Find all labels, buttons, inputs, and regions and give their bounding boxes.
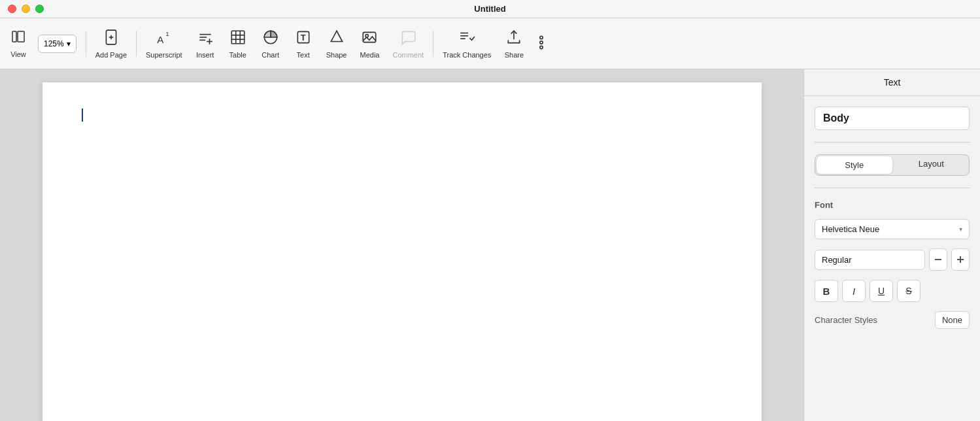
minimize-button[interactable] [22,5,30,13]
svg-rect-0 [12,31,16,42]
main-area: Text Body Style Layout Font Helvetica Ne… [0,69,980,421]
underline-button[interactable]: U [870,280,893,302]
svg-point-27 [540,46,543,48]
svg-point-25 [540,41,543,43]
svg-rect-1 [18,31,24,42]
insert-icon [197,29,214,48]
text-cursor [82,109,83,122]
add-page-button[interactable]: Add Page [89,23,133,65]
zoom-value: 125% [44,39,64,48]
shape-button[interactable]: Shape [320,23,354,65]
text-icon: T [295,29,312,48]
font-name-chevron-icon: ▾ [959,226,962,233]
table-button[interactable]: Table [222,23,254,65]
insert-label: Insert [196,51,214,59]
toolbar: View 125% ▾ Add Page A 1 Superscript [0,18,980,69]
superscript-icon: A 1 [156,29,173,48]
divider-1 [86,31,86,57]
style-name: Body [815,107,970,130]
strikethrough-button[interactable]: S [897,280,921,302]
zoom-chevron-icon: ▾ [67,39,71,48]
format-button[interactable] [530,23,552,65]
svg-point-21 [366,34,369,37]
divider-2 [136,31,137,57]
svg-point-26 [540,36,543,39]
character-styles-value[interactable]: None [935,311,970,329]
italic-button[interactable]: I [842,280,866,302]
format-buttons: B I U S [815,280,970,302]
tab-layout[interactable]: Layout [894,155,970,175]
maximize-button[interactable] [35,5,44,13]
font-name-field[interactable]: Helvetica Neue ▾ [815,219,970,239]
traffic-lights [8,5,44,13]
add-page-label: Add Page [95,51,127,59]
view-icon [10,29,26,48]
add-page-icon [103,29,120,48]
window-title: Untitled [474,4,505,14]
close-button[interactable] [8,5,16,13]
character-styles-label: Character Styles [815,315,877,325]
media-button[interactable]: Media [353,23,386,65]
bold-button[interactable]: B [815,280,838,302]
track-changes-icon [458,29,475,48]
table-icon [229,29,246,48]
chart-button[interactable]: Chart [254,23,287,65]
share-button[interactable]: Share [498,23,530,65]
font-style-row: Regular [815,248,970,271]
font-section-label: Font [815,200,970,210]
panel-header: Text [804,69,980,96]
svg-rect-28 [935,259,941,260]
zoom-button[interactable]: 125% ▾ [38,35,76,53]
share-label: Share [505,51,524,59]
font-style-field[interactable]: Regular [815,250,925,270]
table-label: Table [229,51,246,59]
divider-3 [433,31,433,57]
shape-label: Shape [326,51,347,59]
title-bar: Untitled [0,0,980,18]
font-size-stepper-up[interactable] [951,248,970,271]
svg-text:A: A [157,33,164,44]
panel-divider-1 [815,142,970,143]
style-layout-tabs: Style Layout [815,154,970,176]
track-changes-label: Track Changes [443,51,491,59]
svg-rect-30 [960,256,961,263]
character-styles-row: Character Styles None [815,311,970,329]
stepper-up-icon [956,255,965,264]
canvas-area[interactable] [0,69,803,421]
view-button[interactable]: View [5,23,31,65]
text-label: Text [297,51,310,59]
comment-button[interactable]: Comment [386,23,430,65]
panel-divider-2 [815,188,970,188]
media-icon [361,29,378,48]
svg-rect-12 [231,31,245,44]
panel-content: Body Style Layout Font Helvetica Neue ▾ … [804,96,980,339]
text-button[interactable]: T Text [287,23,320,65]
comment-icon [399,29,416,48]
svg-text:T: T [300,33,305,42]
document-page[interactable] [42,82,762,421]
view-label: View [10,50,26,58]
right-panel: Text Body Style Layout Font Helvetica Ne… [803,69,980,421]
stepper-down-icon [934,255,943,264]
zoom-control[interactable]: 125% ▾ [31,23,83,65]
font-name-value: Helvetica Neue [822,224,879,234]
font-size-stepper-down[interactable] [929,248,947,271]
media-label: Media [360,51,380,59]
chart-label: Chart [262,51,279,59]
track-changes-button[interactable]: Track Changes [436,23,498,65]
font-style-value: Regular [822,255,852,265]
insert-button[interactable]: Insert [189,23,222,65]
superscript-button[interactable]: A 1 Superscript [139,23,189,65]
superscript-label: Superscript [146,51,182,59]
share-icon [505,29,522,48]
tab-style[interactable]: Style [817,156,892,174]
shape-icon [328,29,345,48]
comment-label: Comment [392,51,424,59]
format-icon [533,34,550,54]
svg-text:1: 1 [165,29,169,37]
chart-icon [262,29,279,48]
